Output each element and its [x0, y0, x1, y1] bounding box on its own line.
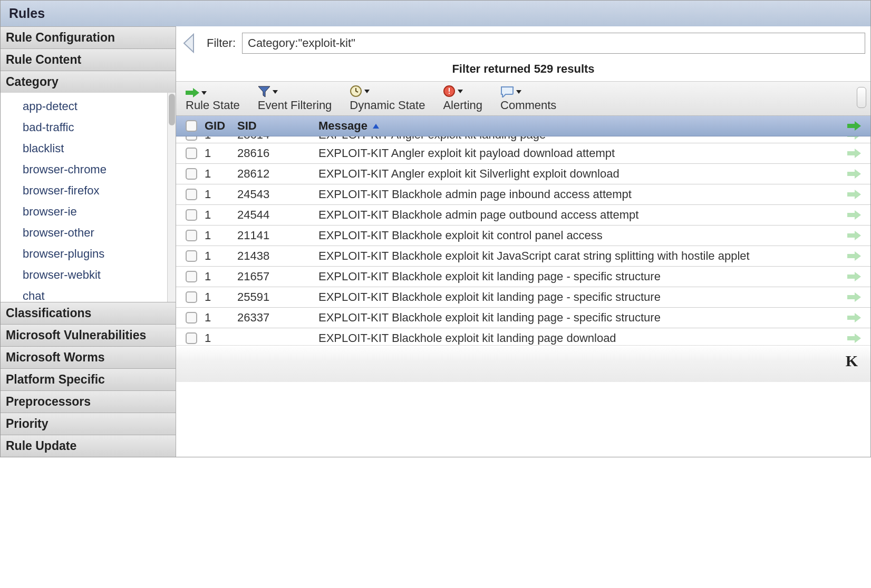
row-checkbox[interactable] — [186, 148, 197, 159]
sidebar-section[interactable]: Preprocessors — [1, 390, 176, 413]
event-filtering-menu[interactable]: Event Filtering — [258, 86, 332, 112]
cell-message: EXPLOIT-KIT Angler exploit kit Silverlig… — [318, 167, 838, 181]
sidebar-item[interactable]: browser-ie — [1, 201, 176, 222]
sidebar-item[interactable]: chat — [1, 286, 176, 302]
row-checkbox[interactable] — [186, 189, 197, 200]
cell-gid: 1 — [205, 208, 237, 222]
rule-state-label: Rule State — [186, 99, 240, 112]
cell-gid: 1 — [205, 331, 237, 345]
sidebar-item[interactable]: browser-other — [1, 222, 176, 243]
sidebar-scrollbar[interactable] — [167, 93, 176, 302]
arrow-right-icon[interactable] — [847, 149, 861, 158]
cell-sid: 28616 — [237, 146, 318, 160]
rule-state-menu[interactable]: Rule State — [186, 88, 240, 112]
cell-gid: 1 — [205, 311, 237, 325]
select-all-checkbox[interactable] — [186, 120, 197, 132]
row-checkbox[interactable] — [186, 230, 197, 241]
sidebar-item[interactable]: blacklist — [1, 138, 176, 159]
cell-sid: 28614 — [237, 136, 318, 142]
cell-gid: 1 — [205, 229, 237, 242]
alert-icon — [443, 85, 456, 97]
arrow-right-icon[interactable] — [847, 272, 861, 281]
toolbar-right-button[interactable] — [857, 87, 866, 108]
arrow-right-icon[interactable] — [847, 334, 861, 343]
sidebar-section[interactable]: Classifications — [1, 302, 176, 324]
table-row[interactable]: 125591EXPLOIT-KIT Blackhole exploit kit … — [176, 287, 870, 308]
row-checkbox[interactable] — [186, 136, 197, 141]
sidebar-item[interactable]: bad-traffic — [1, 117, 176, 138]
main-panel: Filter: Filter returned 529 results Rule… — [176, 26, 870, 457]
category-list: app-detectbad-trafficblacklistbrowser-ch… — [1, 93, 176, 302]
sidebar-section[interactable]: Microsoft Vulnerabilities — [1, 324, 176, 346]
table-row[interactable]: 128616EXPLOIT-KIT Angler exploit kit pay… — [176, 143, 870, 164]
sidebar-item[interactable]: browser-plugins — [1, 243, 176, 264]
column-message[interactable]: Message — [318, 119, 838, 133]
cell-sid: 24543 — [237, 188, 318, 201]
arrow-right-icon[interactable] — [847, 251, 861, 261]
sidebar-scroll-thumb[interactable] — [169, 94, 175, 125]
caret-down-icon — [273, 90, 278, 94]
cell-message: EXPLOIT-KIT Angler exploit kit landing p… — [318, 136, 838, 142]
first-page-button[interactable]: K — [846, 352, 858, 370]
toolbar: Rule State Event Filtering Dynamic State — [176, 81, 870, 116]
cell-message: EXPLOIT-KIT Blackhole exploit kit landin… — [318, 331, 838, 345]
pagination-footer: K — [176, 345, 870, 382]
column-sid[interactable]: SID — [237, 119, 318, 133]
cell-message: EXPLOIT-KIT Blackhole exploit kit JavaSc… — [318, 249, 838, 263]
cell-sid: 21438 — [237, 249, 318, 263]
sidebar-section[interactable]: Microsoft Worms — [1, 346, 176, 368]
row-checkbox[interactable] — [186, 209, 197, 221]
row-checkbox[interactable] — [186, 291, 197, 303]
sidebar-item[interactable]: app-detect — [1, 96, 176, 117]
row-checkbox[interactable] — [186, 332, 197, 344]
table-row[interactable]: 124543EXPLOIT-KIT Blackhole admin page i… — [176, 184, 870, 205]
arrow-right-icon[interactable] — [847, 136, 861, 140]
arrow-right-icon[interactable] — [847, 292, 861, 302]
table-row[interactable]: 1EXPLOIT-KIT Blackhole exploit kit landi… — [176, 328, 870, 345]
cell-gid: 1 — [205, 136, 237, 142]
table-row[interactable]: 121141EXPLOIT-KIT Blackhole exploit kit … — [176, 226, 870, 246]
filter-input[interactable] — [242, 33, 865, 54]
sidebar-section[interactable]: Rule Configuration — [1, 26, 176, 48]
sidebar-item[interactable]: browser-chrome — [1, 159, 176, 180]
back-arrow-icon[interactable] — [181, 33, 197, 54]
arrow-right-icon[interactable] — [847, 313, 861, 322]
row-checkbox[interactable] — [186, 271, 197, 282]
row-checkbox[interactable] — [186, 250, 197, 262]
table-row[interactable]: 121657EXPLOIT-KIT Blackhole exploit kit … — [176, 267, 870, 287]
arrow-right-icon[interactable] — [847, 210, 861, 220]
arrow-right-icon[interactable] — [847, 190, 861, 199]
cell-gid: 1 — [205, 146, 237, 160]
sidebar-section[interactable]: Priority — [1, 413, 176, 435]
cell-sid: 26337 — [237, 311, 318, 325]
arrow-right-icon[interactable] — [847, 231, 861, 240]
cell-message: EXPLOIT-KIT Blackhole admin page inbound… — [318, 188, 838, 201]
sidebar-item[interactable]: browser-firefox — [1, 180, 176, 201]
dynamic-state-menu[interactable]: Dynamic State — [350, 85, 425, 112]
cell-sid: 25591 — [237, 290, 318, 304]
table-row[interactable]: 121438EXPLOIT-KIT Blackhole exploit kit … — [176, 246, 870, 267]
sidebar-section[interactable]: Rule Update — [1, 435, 176, 457]
sort-asc-icon — [373, 124, 379, 129]
sidebar-item[interactable]: browser-webkit — [1, 264, 176, 286]
dynamic-state-label: Dynamic State — [350, 99, 425, 112]
filter-label: Filter: — [207, 36, 236, 50]
sidebar-section[interactable]: Platform Specific — [1, 368, 176, 390]
sidebar-section[interactable]: Rule Content — [1, 48, 176, 71]
comments-menu[interactable]: Comments — [500, 86, 556, 112]
row-checkbox[interactable] — [186, 312, 197, 324]
sidebar: Rule ConfigurationRule ContentCategory a… — [1, 26, 176, 457]
arrow-right-icon[interactable] — [847, 169, 861, 179]
event-filtering-label: Event Filtering — [258, 99, 332, 112]
table-row[interactable]: 128614EXPLOIT-KIT Angler exploit kit lan… — [176, 136, 870, 143]
table-row[interactable]: 126337EXPLOIT-KIT Blackhole exploit kit … — [176, 308, 870, 328]
row-checkbox[interactable] — [186, 168, 197, 180]
cell-sid: 21657 — [237, 270, 318, 283]
sidebar-section[interactable]: Category — [1, 71, 176, 93]
table-row[interactable]: 128612EXPLOIT-KIT Angler exploit kit Sil… — [176, 164, 870, 184]
column-gid[interactable]: GID — [205, 119, 237, 133]
alerting-menu[interactable]: Alerting — [443, 85, 482, 112]
cell-message: EXPLOIT-KIT Blackhole exploit kit landin… — [318, 290, 838, 304]
table-row[interactable]: 124544EXPLOIT-KIT Blackhole admin page o… — [176, 205, 870, 226]
caret-down-icon — [458, 90, 463, 93]
